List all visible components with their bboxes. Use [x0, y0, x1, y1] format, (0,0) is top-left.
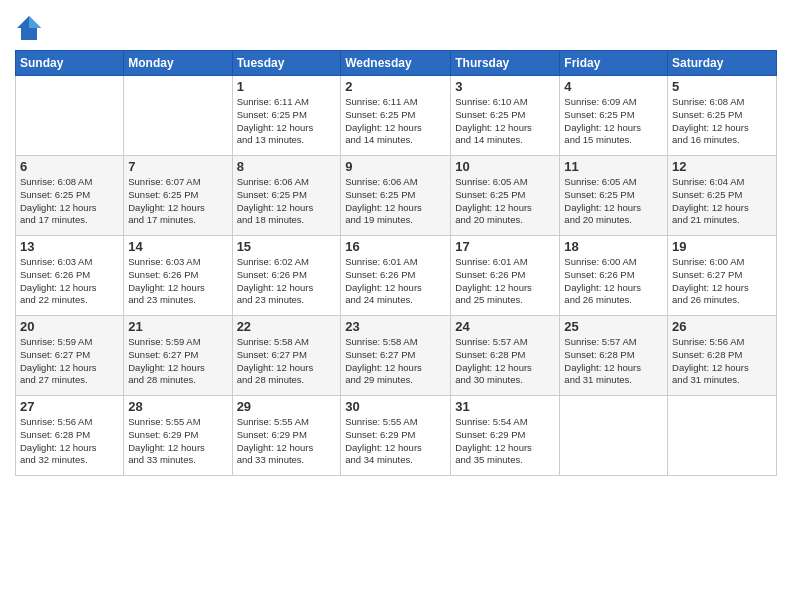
day-number: 23 [345, 319, 446, 334]
day-info: Sunrise: 6:05 AMSunset: 6:25 PMDaylight:… [455, 176, 555, 227]
calendar-weekday-friday: Friday [560, 51, 668, 76]
day-number: 21 [128, 319, 227, 334]
day-info: Sunrise: 5:54 AMSunset: 6:29 PMDaylight:… [455, 416, 555, 467]
day-info: Sunrise: 5:59 AMSunset: 6:27 PMDaylight:… [128, 336, 227, 387]
day-number: 7 [128, 159, 227, 174]
day-number: 4 [564, 79, 663, 94]
day-number: 9 [345, 159, 446, 174]
day-info: Sunrise: 6:09 AMSunset: 6:25 PMDaylight:… [564, 96, 663, 147]
calendar-header-row: SundayMondayTuesdayWednesdayThursdayFrid… [16, 51, 777, 76]
day-number: 6 [20, 159, 119, 174]
day-number: 13 [20, 239, 119, 254]
day-info: Sunrise: 6:00 AMSunset: 6:26 PMDaylight:… [564, 256, 663, 307]
calendar-cell: 4Sunrise: 6:09 AMSunset: 6:25 PMDaylight… [560, 76, 668, 156]
day-info: Sunrise: 5:55 AMSunset: 6:29 PMDaylight:… [237, 416, 337, 467]
day-number: 12 [672, 159, 772, 174]
day-info: Sunrise: 6:11 AMSunset: 6:25 PMDaylight:… [237, 96, 337, 147]
calendar-cell: 28Sunrise: 5:55 AMSunset: 6:29 PMDayligh… [124, 396, 232, 476]
calendar-cell: 31Sunrise: 5:54 AMSunset: 6:29 PMDayligh… [451, 396, 560, 476]
calendar-weekday-monday: Monday [124, 51, 232, 76]
calendar-cell: 17Sunrise: 6:01 AMSunset: 6:26 PMDayligh… [451, 236, 560, 316]
calendar-cell: 30Sunrise: 5:55 AMSunset: 6:29 PMDayligh… [341, 396, 451, 476]
day-number: 17 [455, 239, 555, 254]
day-info: Sunrise: 6:04 AMSunset: 6:25 PMDaylight:… [672, 176, 772, 227]
day-number: 10 [455, 159, 555, 174]
day-info: Sunrise: 6:11 AMSunset: 6:25 PMDaylight:… [345, 96, 446, 147]
day-number: 28 [128, 399, 227, 414]
day-number: 29 [237, 399, 337, 414]
day-number: 31 [455, 399, 555, 414]
day-number: 19 [672, 239, 772, 254]
day-info: Sunrise: 6:05 AMSunset: 6:25 PMDaylight:… [564, 176, 663, 227]
day-number: 3 [455, 79, 555, 94]
calendar-week-row: 1Sunrise: 6:11 AMSunset: 6:25 PMDaylight… [16, 76, 777, 156]
logo-icon [15, 14, 43, 42]
calendar-cell: 9Sunrise: 6:06 AMSunset: 6:25 PMDaylight… [341, 156, 451, 236]
calendar-cell: 6Sunrise: 6:08 AMSunset: 6:25 PMDaylight… [16, 156, 124, 236]
calendar-cell: 19Sunrise: 6:00 AMSunset: 6:27 PMDayligh… [668, 236, 777, 316]
day-info: Sunrise: 6:08 AMSunset: 6:25 PMDaylight:… [20, 176, 119, 227]
calendar-cell: 1Sunrise: 6:11 AMSunset: 6:25 PMDaylight… [232, 76, 341, 156]
calendar-cell: 8Sunrise: 6:06 AMSunset: 6:25 PMDaylight… [232, 156, 341, 236]
calendar-week-row: 6Sunrise: 6:08 AMSunset: 6:25 PMDaylight… [16, 156, 777, 236]
calendar-cell [560, 396, 668, 476]
calendar-cell: 11Sunrise: 6:05 AMSunset: 6:25 PMDayligh… [560, 156, 668, 236]
calendar-cell: 20Sunrise: 5:59 AMSunset: 6:27 PMDayligh… [16, 316, 124, 396]
day-info: Sunrise: 5:58 AMSunset: 6:27 PMDaylight:… [345, 336, 446, 387]
logo [15, 14, 45, 42]
calendar-cell: 21Sunrise: 5:59 AMSunset: 6:27 PMDayligh… [124, 316, 232, 396]
day-info: Sunrise: 5:56 AMSunset: 6:28 PMDaylight:… [672, 336, 772, 387]
calendar-cell: 13Sunrise: 6:03 AMSunset: 6:26 PMDayligh… [16, 236, 124, 316]
calendar-cell: 22Sunrise: 5:58 AMSunset: 6:27 PMDayligh… [232, 316, 341, 396]
day-info: Sunrise: 5:55 AMSunset: 6:29 PMDaylight:… [345, 416, 446, 467]
day-info: Sunrise: 5:57 AMSunset: 6:28 PMDaylight:… [455, 336, 555, 387]
calendar-cell: 7Sunrise: 6:07 AMSunset: 6:25 PMDaylight… [124, 156, 232, 236]
calendar-cell [124, 76, 232, 156]
calendar-cell: 12Sunrise: 6:04 AMSunset: 6:25 PMDayligh… [668, 156, 777, 236]
day-number: 8 [237, 159, 337, 174]
day-number: 27 [20, 399, 119, 414]
svg-marker-1 [29, 16, 41, 28]
calendar-cell [668, 396, 777, 476]
day-info: Sunrise: 6:01 AMSunset: 6:26 PMDaylight:… [345, 256, 446, 307]
day-number: 2 [345, 79, 446, 94]
page: SundayMondayTuesdayWednesdayThursdayFrid… [0, 0, 792, 612]
day-number: 22 [237, 319, 337, 334]
day-number: 15 [237, 239, 337, 254]
calendar-week-row: 20Sunrise: 5:59 AMSunset: 6:27 PMDayligh… [16, 316, 777, 396]
calendar-week-row: 13Sunrise: 6:03 AMSunset: 6:26 PMDayligh… [16, 236, 777, 316]
day-info: Sunrise: 6:10 AMSunset: 6:25 PMDaylight:… [455, 96, 555, 147]
calendar-cell: 5Sunrise: 6:08 AMSunset: 6:25 PMDaylight… [668, 76, 777, 156]
day-info: Sunrise: 6:08 AMSunset: 6:25 PMDaylight:… [672, 96, 772, 147]
day-info: Sunrise: 5:56 AMSunset: 6:28 PMDaylight:… [20, 416, 119, 467]
day-number: 25 [564, 319, 663, 334]
calendar-cell: 3Sunrise: 6:10 AMSunset: 6:25 PMDaylight… [451, 76, 560, 156]
day-number: 16 [345, 239, 446, 254]
calendar-week-row: 27Sunrise: 5:56 AMSunset: 6:28 PMDayligh… [16, 396, 777, 476]
day-info: Sunrise: 6:02 AMSunset: 6:26 PMDaylight:… [237, 256, 337, 307]
day-number: 26 [672, 319, 772, 334]
calendar-cell: 2Sunrise: 6:11 AMSunset: 6:25 PMDaylight… [341, 76, 451, 156]
calendar-cell: 10Sunrise: 6:05 AMSunset: 6:25 PMDayligh… [451, 156, 560, 236]
day-info: Sunrise: 5:58 AMSunset: 6:27 PMDaylight:… [237, 336, 337, 387]
day-info: Sunrise: 6:03 AMSunset: 6:26 PMDaylight:… [20, 256, 119, 307]
calendar-cell: 26Sunrise: 5:56 AMSunset: 6:28 PMDayligh… [668, 316, 777, 396]
calendar-weekday-wednesday: Wednesday [341, 51, 451, 76]
calendar-cell: 25Sunrise: 5:57 AMSunset: 6:28 PMDayligh… [560, 316, 668, 396]
calendar-cell: 16Sunrise: 6:01 AMSunset: 6:26 PMDayligh… [341, 236, 451, 316]
day-number: 14 [128, 239, 227, 254]
calendar-table: SundayMondayTuesdayWednesdayThursdayFrid… [15, 50, 777, 476]
day-info: Sunrise: 5:57 AMSunset: 6:28 PMDaylight:… [564, 336, 663, 387]
calendar-cell: 29Sunrise: 5:55 AMSunset: 6:29 PMDayligh… [232, 396, 341, 476]
calendar-weekday-thursday: Thursday [451, 51, 560, 76]
calendar-weekday-sunday: Sunday [16, 51, 124, 76]
day-number: 1 [237, 79, 337, 94]
day-number: 24 [455, 319, 555, 334]
calendar-weekday-tuesday: Tuesday [232, 51, 341, 76]
calendar-weekday-saturday: Saturday [668, 51, 777, 76]
header [15, 10, 777, 42]
day-number: 20 [20, 319, 119, 334]
day-number: 11 [564, 159, 663, 174]
calendar-cell [16, 76, 124, 156]
day-info: Sunrise: 6:03 AMSunset: 6:26 PMDaylight:… [128, 256, 227, 307]
